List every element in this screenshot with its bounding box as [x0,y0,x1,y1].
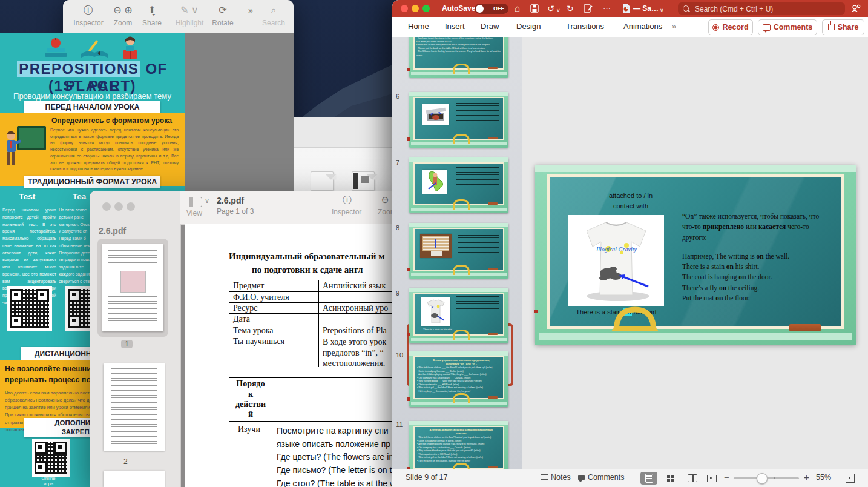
zoom-window-button[interactable] [422,5,430,12]
comment-marker[interactable] [534,310,538,313]
teacher-blackboard-illustration [4,125,47,172]
basket-decoration [608,305,662,333]
zoom-buttons[interactable]: ⊖ ⊕ Zoom [105,5,140,27]
tshirt-image[interactable]: Illogical Gravity [568,215,664,306]
share-button[interactable]: Share [822,19,864,35]
slide10-thumbnail[interactable]: В этом упражнении, составьте предложения… [409,351,508,407]
presenter-audience-icon[interactable] [851,4,862,13]
comment-marker[interactable] [407,137,410,141]
comments-button[interactable]: Comments [758,19,817,35]
search-input[interactable] [694,2,835,16]
chevron-down-icon[interactable]: ∨ [660,5,664,16]
home-icon[interactable]: ⌂ [515,3,520,14]
page3-thumbnail[interactable] [104,471,165,487]
record-button[interactable]: Record [708,19,753,35]
zoom-window-button[interactable] [127,202,135,211]
comment-marker[interactable] [407,268,410,271]
table-cell: Дата [233,314,250,324]
open-book-pencil-icon [80,38,109,61]
comments-button[interactable]: Comments [578,473,624,482]
slide-text-block[interactable]: “On” также используется, чтобы показать,… [682,211,830,303]
tabs-overflow-icon[interactable]: » [672,22,676,31]
search-icon [683,5,689,12]
shirt-graphic-text: Illogical Gravity [596,246,637,253]
autosave-toggle[interactable]: OFF [475,4,508,14]
slide7-thumbnail[interactable] [409,157,508,213]
save-as-icon[interactable] [584,4,593,13]
share-icon [828,24,835,30]
thumbnail-text-lines [456,167,499,189]
zoom-percentage[interactable]: 55% [816,473,831,482]
zoom-out-icon[interactable]: ⊖ [381,194,389,205]
chevron-down-icon[interactable]: ∨ [556,5,561,16]
attached-label: attached to / in contact with [597,191,664,211]
slide-canvas[interactable]: attached to / in contact with Illogical … [535,165,856,345]
slide9-number: 9 [396,290,399,297]
inspector-label: Inspector [70,19,107,27]
tab-animations[interactable]: Animations [623,22,662,31]
close-button[interactable] [102,202,111,211]
tab-transitions[interactable]: Transitions [566,22,604,31]
comment-marker[interactable] [407,68,410,71]
slide-thumbnail-panel: You have to put the stamp in the corner … [392,37,522,469]
autosave-state-label: OFF [493,5,504,12]
minimize-button[interactable] [412,5,419,12]
zoom-slider-knob[interactable] [757,473,768,484]
reading-view-button[interactable] [684,472,701,485]
info-icon[interactable]: ⓘ [343,194,352,206]
rotate-icon: ⟳ [208,5,237,16]
thumbnail-text-lines [458,233,499,253]
zoom-slider[interactable] [734,477,799,479]
slide7-number: 7 [396,159,399,166]
tab-home[interactable]: Home [408,22,429,31]
slideshow-view-button[interactable] [703,472,720,485]
sidebar-document-title: 2.6.pdf [99,226,126,236]
comments-label: Comments [774,23,813,31]
slide11-number: 11 [396,421,403,428]
page-thumbnail-selected[interactable] [97,239,168,337]
yellow-section-format: Определитесь с форматом урока Первое что… [0,113,185,186]
slide-sorter-view-button[interactable] [662,472,679,485]
redo-icon[interactable]: ↻ [567,3,574,14]
minimize-button[interactable] [114,202,123,211]
sidebar-toggle-icon[interactable] [189,197,202,207]
fit-slide-button[interactable] [841,472,858,485]
slide8-thumbnail[interactable] [409,223,508,279]
italy-map-picture [422,170,447,194]
zoom-label: Zoom [105,19,140,27]
comment-marker[interactable] [407,333,410,336]
zoom-in-button[interactable]: + [804,472,809,482]
share-button[interactable]: ⬆̞ Share [138,5,166,27]
save-icon[interactable] [530,4,539,13]
document-icon[interactable] [311,171,334,191]
slide6-thumbnail[interactable] [409,92,508,148]
column-test-heading: Test [0,192,54,201]
document-icon[interactable] [352,171,375,191]
slide9-thumbnail-selected[interactable]: ✶ There is a stain on his shirt [409,288,508,343]
tab-draw[interactable]: Draw [481,22,499,31]
table-cell: Изучи [238,425,260,434]
normal-view-button[interactable] [640,472,657,485]
chevron-down-icon[interactable]: ∨ [205,197,209,205]
notes-button[interactable]: Notes [541,473,571,482]
highlight-button: ✎ ∨ Highlight [171,5,208,27]
powerpoint-doc-icon [622,4,630,13]
preview-window: 2.6.pdf 1 2 ∨ View 2.6.pdf Page 1 o [90,191,395,487]
books-apple-icon [42,37,70,61]
inspector-button[interactable]: ⓘ Inspector [70,5,107,27]
zoom-out-button[interactable]: − [724,472,729,482]
tab-insert[interactable]: Insert [445,22,465,31]
undo-icon[interactable]: ↺ [547,3,554,14]
comment-marker[interactable] [407,397,410,401]
page2-thumbnail[interactable] [104,363,165,451]
tab-design[interactable]: Design [516,22,541,31]
slide5-thumbnail[interactable]: You have to put the stamp in the corner … [409,37,508,78]
document-title[interactable]: — Sa… [633,4,659,13]
table-cell: Тема урока [233,326,274,336]
more-actions-icon[interactable]: ⋯ [603,3,611,14]
slide11-thumbnail[interactable]: А теперь давайте сверимся с вашими вариа… [409,421,508,469]
close-button[interactable] [401,5,408,12]
rotate-button[interactable]: ⟳ Rotate [208,5,237,27]
search-field[interactable] [678,2,845,15]
toolbar-overflow-button[interactable]: » [242,5,259,16]
